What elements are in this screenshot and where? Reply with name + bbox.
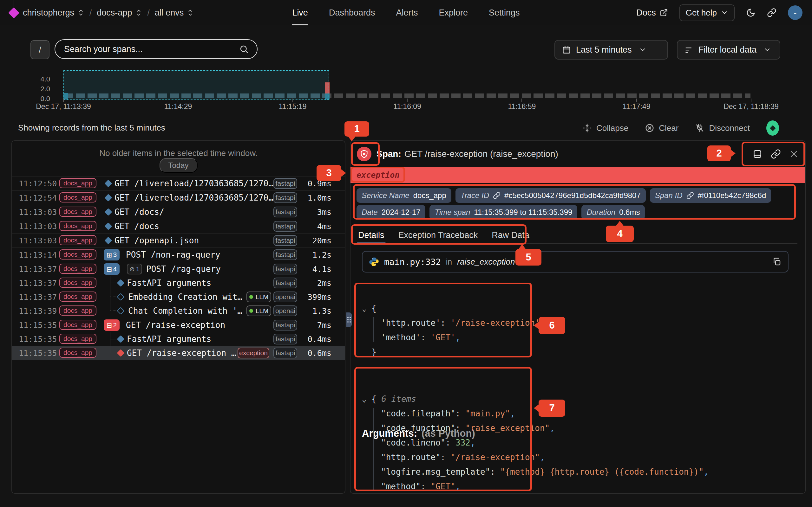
span-time: 11:12:50 — [19, 179, 57, 188]
span-time: 11:13:39 — [19, 306, 57, 316]
span-row[interactable]: 11:15:35docs_appGET /raise-exception …ex… — [12, 346, 345, 360]
collapse-icon — [582, 123, 592, 133]
meta-value: #c5ec5005042796e91d5db42ca9fd9807 — [504, 191, 641, 200]
detail-tab-exception-traceback[interactable]: Exception Traceback — [398, 227, 478, 243]
code-indent — [362, 345, 371, 360]
nav-tab-explore[interactable]: Explore — [439, 0, 468, 25]
detail-header-icons — [752, 149, 799, 159]
code-token: "logfire.msg_template" — [381, 467, 490, 476]
code-token: , — [540, 452, 545, 462]
user-avatar[interactable]: - — [788, 5, 803, 20]
disconnect-button[interactable]: Disconnect — [695, 123, 750, 133]
chevron-down-icon[interactable]: ⌄ — [362, 392, 371, 406]
close-icon[interactable] — [789, 149, 799, 159]
child-count-badge[interactable]: ⊟2 — [104, 320, 119, 331]
meta-pill-span-id[interactable]: Span ID#f0110e542c798c6d — [650, 188, 771, 203]
clear-button[interactable]: Clear — [645, 123, 678, 133]
nav-tab-alerts[interactable]: Alerts — [396, 0, 418, 25]
span-row[interactable]: 11:13:03docs_appGET /docsfastapi4ms — [12, 219, 345, 233]
meta-row: Date2024-12-17Time span11:15:35.399 to 1… — [357, 205, 799, 220]
status-actions: CollapseClearDisconnect — [582, 120, 779, 135]
span-row[interactable]: 11:15:35docs_app⊟2GET /raise-exceptionfa… — [12, 318, 345, 332]
chart-selection-region[interactable] — [63, 70, 329, 100]
chevron-down-icon[interactable]: ⌄ — [362, 302, 371, 316]
span-row[interactable]: 11:13:39docs_appChat Completion with '…L… — [12, 304, 345, 318]
span-row[interactable]: 11:12:54docs_appGET /livereload/12703636… — [12, 190, 345, 205]
search-input[interactable] — [63, 44, 234, 55]
time-range-label: Last 5 minutes — [576, 45, 632, 55]
panel-layout-icon[interactable] — [752, 149, 763, 159]
nav-tab-live[interactable]: Live — [292, 0, 308, 25]
meta-label: Time span — [435, 208, 470, 217]
nav-tab-dashboards[interactable]: Dashboards — [329, 0, 375, 25]
meta-label: Date — [362, 208, 378, 217]
span-title-text: GET /raise-exception (raise_exception) — [404, 149, 558, 159]
span-row[interactable]: 11:13:37docs_appEmbedding Creation wit…L… — [12, 290, 345, 304]
detail-tab-raw-data[interactable]: Raw Data — [492, 227, 529, 243]
span-row[interactable]: 11:12:50docs_appGET /livereload/12703636… — [12, 176, 345, 190]
panel-resize-handle[interactable] — [346, 313, 352, 327]
span-name: POST /non-rag-query — [126, 250, 220, 260]
code-token: : — [420, 333, 430, 342]
copy-link-icon[interactable] — [771, 149, 781, 159]
hidden-spans-badge[interactable]: ⊘1 — [127, 264, 142, 274]
span-row[interactable]: 11:13:14docs_app⊞3POST /non-rag-queryfas… — [12, 247, 345, 262]
meta-label: Service Name — [362, 191, 409, 200]
collapse-children-icon: ⊟ — [107, 322, 112, 329]
x-axis-tick-label: Dec 17, 11:13:39 — [36, 102, 91, 111]
x-axis-tick-label: 11:16:59 — [508, 102, 536, 111]
theme-toggle-moon-icon[interactable] — [746, 8, 756, 17]
docs-label: Docs — [636, 8, 656, 18]
span-duration: 4ms — [317, 222, 332, 231]
code-token: : — [446, 438, 455, 447]
meta-pill-duration: Duration0.6ms — [581, 205, 645, 220]
meta-value: docs_app — [413, 191, 446, 200]
span-duration: 2ms — [317, 279, 332, 288]
annotation-pointer — [616, 221, 624, 226]
child-count-badge[interactable]: ⊞3 — [104, 249, 119, 261]
diamond-open-icon — [117, 293, 124, 301]
filter-local-data-button[interactable]: Filter local data — [677, 40, 780, 60]
diamond-blue-icon — [117, 279, 124, 287]
code-token: 6 items — [376, 394, 416, 404]
meta-pill-trace-id[interactable]: Trace ID#c5ec5005042796e91d5db42ca9fd980… — [455, 188, 646, 203]
span-row[interactable]: 11:13:37docs_appFastAPI argumentsfastapi… — [12, 276, 345, 290]
today-button[interactable]: Today — [159, 158, 197, 173]
annotation-number: 5 — [525, 251, 531, 263]
code-token: , — [470, 438, 475, 447]
share-link-icon[interactable] — [767, 8, 776, 17]
docs-link[interactable]: Docs — [636, 8, 668, 18]
code-token: : — [441, 452, 450, 462]
nav-tab-settings[interactable]: Settings — [489, 0, 520, 25]
code-indent — [362, 480, 371, 494]
annotation-pointer — [534, 404, 539, 412]
span-row[interactable]: 11:13:37docs_app⊟4⊘1POST /rag-queryfasta… — [12, 262, 345, 276]
get-help-button[interactable]: Get help — [679, 4, 734, 21]
x-axis-tick — [293, 99, 293, 102]
chevron-down-icon — [721, 9, 728, 16]
meta-pill-service-name: Service Namedocs_app — [357, 188, 451, 203]
code-indent — [362, 421, 371, 436]
code-token: "code.function" — [381, 424, 455, 433]
detail-tab-details[interactable]: Details — [358, 227, 385, 243]
filter-icon — [684, 45, 693, 54]
collapse-button[interactable]: Collapse — [582, 123, 628, 133]
annotation-number: 1 — [354, 123, 359, 135]
service-badge: docs_app — [59, 348, 96, 358]
time-range-button[interactable]: Last 5 minutes — [554, 40, 668, 60]
code-line: } — [362, 345, 792, 360]
child-count-badge[interactable]: ⊟4 — [104, 263, 119, 275]
span-row[interactable]: 11:13:03docs_appGET /openapi.jsonfastapi… — [12, 233, 345, 247]
span-row[interactable]: 11:15:35docs_appFastAPI argumentsfastapi… — [12, 332, 345, 346]
origin-chip: fastapi — [273, 178, 297, 189]
attributes-code: ⌄{ 6 items "code.filepath": "main.py", "… — [362, 392, 792, 494]
chevron-down-icon — [639, 46, 647, 54]
diamond-blue-icon — [117, 335, 124, 343]
span-duration: 20ms — [312, 236, 332, 245]
nav-right-controls: Docs Get help - — [636, 0, 803, 25]
span-row[interactable]: 11:13:03docs_appGET /docs/fastapi3ms — [12, 205, 345, 219]
x-circle-icon — [645, 123, 654, 133]
span-time: 11:15:35 — [19, 335, 57, 344]
copy-icon[interactable] — [772, 257, 781, 267]
meta-pill-time-span: Time span11:15:35.399 to 11:15:35.399 — [429, 205, 577, 220]
